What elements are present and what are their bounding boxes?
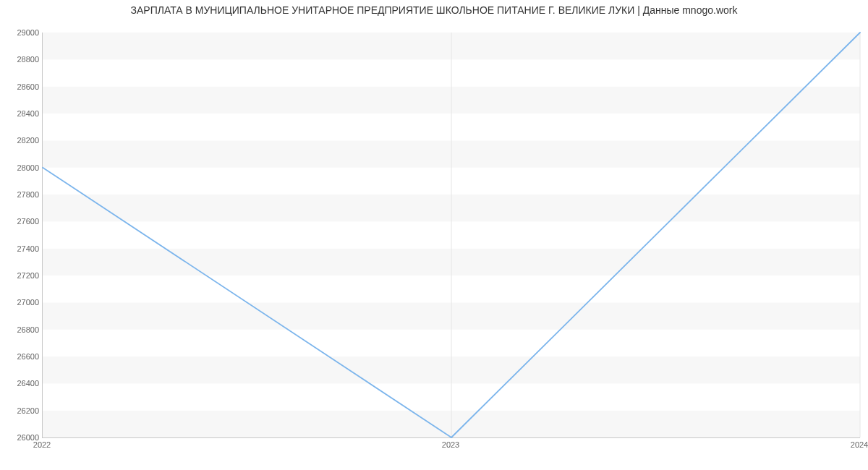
y-tick-label: 28000 — [3, 163, 39, 172]
y-tick-label: 27600 — [3, 217, 39, 226]
y-tick-label: 27000 — [3, 298, 39, 307]
y-tick-label: 28600 — [3, 82, 39, 91]
y-tick-label: 26400 — [3, 379, 39, 388]
y-tick-label: 27800 — [3, 190, 39, 199]
y-tick-label: 26200 — [3, 406, 39, 415]
salary-chart: ЗАРПЛАТА В МУНИЦИПАЛЬНОЕ УНИТАРНОЕ ПРЕДП… — [0, 0, 868, 470]
y-tick-label: 27200 — [3, 271, 39, 280]
y-tick-label: 29000 — [3, 28, 39, 37]
chart-title: ЗАРПЛАТА В МУНИЦИПАЛЬНОЕ УНИТАРНОЕ ПРЕДП… — [0, 4, 868, 16]
y-tick-label: 28200 — [3, 136, 39, 145]
x-tick-label: 2024 — [851, 440, 868, 449]
y-tick-label: 27400 — [3, 244, 39, 253]
y-tick-label: 28400 — [3, 109, 39, 118]
y-tick-label: 28800 — [3, 55, 39, 64]
y-tick-label: 26600 — [3, 352, 39, 361]
x-tick-label: 2022 — [33, 440, 51, 449]
plot-area — [42, 33, 860, 438]
x-tick-label: 2023 — [442, 440, 459, 449]
y-tick-label: 26800 — [3, 325, 39, 334]
